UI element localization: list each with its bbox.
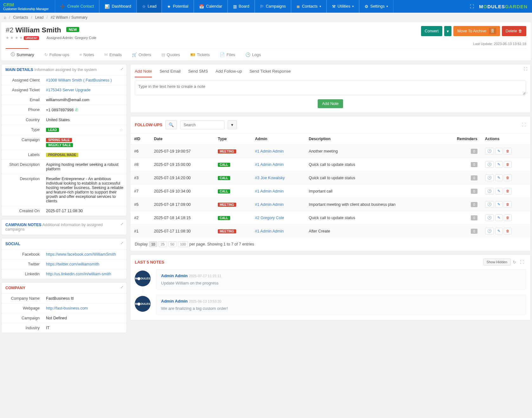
page-size-100[interactable]: 100 [178, 241, 188, 247]
crumb-lead[interactable]: Lead [35, 15, 44, 20]
archive-button[interactable]: Move To Archive 🗄 [453, 26, 500, 36]
action-tab-sendsms[interactable]: Send SMS [188, 69, 208, 77]
nav-lead[interactable]: ☆Lead [137, 0, 162, 13]
action-tab-addnote[interactable]: Add Note [135, 69, 152, 77]
trash-icon[interactable]: 🗑 [504, 188, 512, 194]
reschedule-icon[interactable]: 🕑 [485, 148, 494, 154]
linkedin-link[interactable]: http://us.linkedin.com/in/william-smith [46, 272, 111, 276]
tab-quotes[interactable]: ▤Quotes [156, 49, 185, 61]
expand-icon[interactable]: ⤢ [120, 67, 123, 71]
edit-icon[interactable]: ✎ [495, 148, 503, 154]
action-tab-sendticket[interactable]: Send Ticket Response [250, 69, 291, 77]
expand-icon[interactable]: ⛶ [518, 260, 526, 265]
convert-button[interactable]: Convert [421, 26, 443, 36]
reminder-count: 0 [471, 229, 477, 234]
col-date[interactable]: Date [150, 134, 214, 145]
admin-link[interactable]: #1 Admin Admin [255, 202, 283, 207]
edit-icon[interactable]: ✎ [495, 188, 503, 194]
trash-icon[interactable]: 🗑 [504, 161, 512, 168]
nav-campaigns[interactable]: ⚐Campaigns [255, 0, 291, 13]
trash-icon[interactable]: 🗑 [504, 214, 512, 221]
reschedule-icon[interactable]: 🕑 [485, 228, 494, 234]
nav-dashboard[interactable]: 📊Dashboard [99, 0, 136, 13]
expand-icon[interactable]: ⛶ [524, 67, 527, 71]
followup-search-icon[interactable]: 🔍 [165, 120, 177, 129]
admin-link[interactable]: #2 Gregory Cole [255, 216, 284, 220]
favorite-star-icon[interactable]: ☆ [120, 127, 123, 132]
add-note-button[interactable]: Add Note [318, 99, 343, 108]
trash-icon[interactable]: 🗑 [504, 228, 512, 234]
nav-utilities[interactable]: ⚒Utilities▾ [327, 0, 359, 13]
star-icon[interactable]: ★ [10, 36, 14, 40]
col-admin[interactable]: Admin [251, 134, 305, 145]
col-desc[interactable]: Description [305, 134, 441, 145]
refresh-icon[interactable]: ↻ [511, 260, 518, 265]
tab-summary[interactable]: ⓘSummary [6, 49, 39, 61]
edit-icon[interactable]: ✎ [495, 214, 503, 221]
reschedule-icon[interactable]: 🕑 [485, 161, 494, 168]
whatsapp-icon[interactable]: ✆ [75, 108, 78, 112]
brand: CRM Customer Relationship Manager [3, 2, 49, 11]
tab-tickets[interactable]: 🎫Tickets [185, 49, 215, 61]
edit-icon[interactable]: ✎ [495, 161, 503, 168]
followup-search-input[interactable] [180, 121, 224, 129]
reschedule-icon[interactable]: 🕑 [485, 174, 494, 181]
tab-emails[interactable]: ✉Emails [99, 49, 127, 61]
expand-icon[interactable]: ⤢ [120, 285, 123, 289]
tab-files[interactable]: 📄Files [215, 49, 240, 61]
crumb-home[interactable]: ⌂ [4, 15, 6, 20]
expand-icon[interactable]: ⤢ [120, 241, 123, 245]
trash-icon[interactable]: 🗑 [504, 174, 512, 181]
col-id[interactable]: #ID [130, 134, 150, 145]
admin-link[interactable]: #1 Admin Admin [255, 189, 283, 193]
page-size-50[interactable]: 50 [168, 241, 177, 247]
nav-create-contact[interactable]: ➕Create Contact [55, 0, 99, 13]
assigned-ticket-link[interactable]: #175343 Server Upgrade [46, 88, 90, 92]
edit-icon[interactable]: ✎ [495, 174, 503, 181]
company-web-link[interactable]: http://fast-business.com [46, 306, 88, 310]
admin-link[interactable]: #1 Admin Admin [255, 162, 283, 167]
col-type[interactable]: Type [214, 134, 251, 145]
delete-button[interactable]: Delete 🗑 [502, 26, 526, 36]
star-icon[interactable]: ★ [15, 36, 18, 40]
star-icon[interactable]: ★ [6, 36, 9, 40]
reschedule-icon[interactable]: 🕑 [485, 188, 494, 194]
tab-notes[interactable]: ≡Notes [74, 49, 99, 61]
admin-link[interactable]: #1 Admin Admin [255, 149, 283, 153]
reschedule-icon[interactable]: 🕑 [485, 214, 494, 221]
nav-contacts[interactable]: ≣Contacts▾ [291, 0, 326, 13]
edit-icon[interactable]: ✎ [495, 228, 503, 234]
twitter-link[interactable]: https://twitter.com/williamsmith [46, 262, 99, 266]
tab-logs[interactable]: 🕑Logs [240, 49, 266, 61]
followup-filter-icon[interactable]: ▾ [228, 120, 237, 129]
expand-icon[interactable]: ⤢ [120, 222, 123, 226]
col-rem[interactable]: Reminders [441, 134, 481, 145]
reschedule-icon[interactable]: 🕑 [485, 201, 494, 208]
page-size-25[interactable]: 25 [159, 241, 167, 247]
admin-link[interactable]: #1 Admin Admin [255, 229, 283, 233]
convert-dropdown[interactable]: ▾ [444, 26, 451, 36]
nav-calendar[interactable]: 📅Calendar [194, 0, 228, 13]
edit-icon[interactable]: ✎ [495, 201, 503, 208]
crumb-contacts[interactable]: Contacts [13, 15, 28, 20]
show-hidden-button[interactable]: Show Hidden [483, 258, 511, 265]
admin-link[interactable]: #3 Joe Kowalsky [255, 176, 285, 180]
note-textarea[interactable] [135, 81, 526, 95]
action-tab-addfollowup[interactable]: Add Follow-up [216, 69, 242, 77]
expand-icon[interactable]: ⛶ [522, 122, 526, 127]
nav-potential[interactable]: ★Potential [162, 0, 194, 13]
note-text: We are finalizing a big custom order! [161, 306, 521, 311]
trash-icon[interactable]: 🗑 [504, 201, 512, 208]
tab-followups[interactable]: ↻Follow-ups [39, 49, 75, 61]
tab-orders[interactable]: 🛒Orders [127, 49, 156, 61]
star-icon[interactable]: ★ [19, 36, 23, 40]
fullscreen-icon[interactable]: ⛶ [470, 4, 474, 9]
facebook-link[interactable]: https://www.facebook.com/WilliamSmith [46, 252, 116, 257]
page-size-10[interactable]: 10 [149, 241, 157, 247]
assigned-client-link[interactable]: #1008 William Smith ( FastBusiness ) [46, 78, 112, 82]
action-tab-sendemail[interactable]: Send Email [159, 69, 180, 77]
nav-board[interactable]: ▥Board [228, 0, 255, 13]
nav-settings[interactable]: ⚙Settings▾ [359, 0, 393, 13]
cell-id: #3 [130, 171, 150, 185]
trash-icon[interactable]: 🗑 [504, 148, 512, 154]
